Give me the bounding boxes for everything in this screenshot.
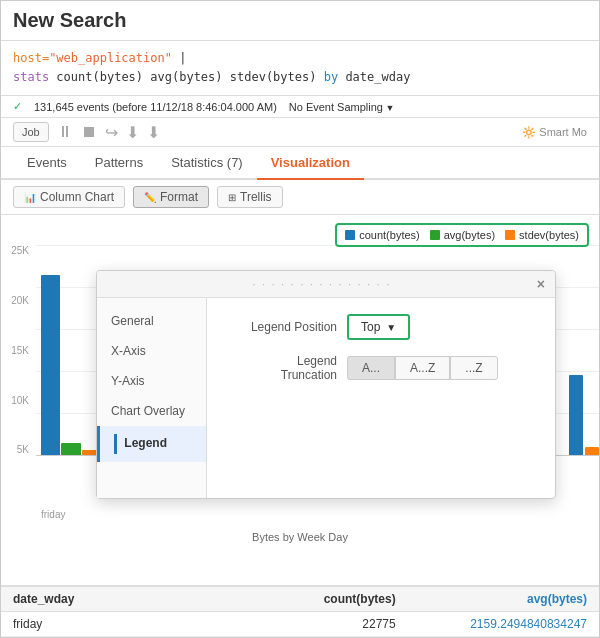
col-header-count-bytes: count(bytes) — [204, 592, 395, 606]
pencil-icon: ✏️ — [144, 192, 156, 203]
job-button[interactable]: Job — [13, 122, 49, 142]
status-check-icon: ✓ — [13, 100, 22, 113]
bar-chart-icon: 📊 — [24, 192, 36, 203]
bar-stdev-other — [585, 447, 599, 455]
cell-avg-bytes: 2159.2494840834247 — [396, 617, 587, 631]
trunc-btn-a[interactable]: A... — [347, 356, 395, 380]
format-button[interactable]: ✏️ Format — [133, 186, 209, 208]
legend-truncation-row: LegendTruncation A... A...Z ...Z — [227, 354, 535, 382]
y-label-25k: 25K — [11, 245, 29, 256]
legend-truncation-label: LegendTruncation — [227, 354, 337, 382]
dialog-sidebar-chartoverlay[interactable]: Chart Overlay — [97, 396, 206, 426]
x-label-friday: friday — [41, 509, 65, 520]
tab-statistics[interactable]: Statistics (7) — [157, 147, 257, 180]
query-host-attr: host="web_application" — [13, 51, 172, 65]
bar-count-friday — [41, 275, 60, 455]
legend-dot-stdev — [505, 230, 515, 240]
main-window: New Search host="web_application" | stat… — [0, 0, 600, 638]
query-fn2: avg(bytes) — [150, 70, 229, 84]
y-axis: 25K 20K 15K 10K 5K — [1, 245, 33, 455]
event-count-text: 131,645 events (before 11/12/18 8:46:04.… — [34, 101, 277, 113]
legend-dot-avg — [430, 230, 440, 240]
query-stats-kw: stats — [13, 70, 49, 84]
dialog-drag-handle: · · · · · · · · · · · · · · · — [107, 279, 537, 290]
y-label-10k: 10K — [11, 395, 29, 406]
query-pipe: | — [179, 51, 186, 65]
tab-patterns[interactable]: Patterns — [81, 147, 157, 180]
y-label-15k: 15K — [11, 345, 29, 356]
chart-container: count(bytes) avg(bytes) stdev(bytes) 25K… — [1, 215, 599, 585]
stop-icon[interactable]: ⏹ — [81, 123, 97, 141]
query-by-kw: by — [324, 70, 338, 84]
tabs-bar: Events Patterns Statistics (7) Visualiza… — [1, 147, 599, 180]
bar-group-friday — [41, 275, 101, 455]
col-header-date-wday: date_wday — [13, 592, 204, 606]
dialog-sidebar-xaxis[interactable]: X-Axis — [97, 336, 206, 366]
legend-item-stdev: stdev(bytes) — [505, 229, 579, 241]
chart-title: Bytes by Week Day — [1, 531, 599, 543]
title-bar: New Search — [1, 1, 599, 41]
tab-events[interactable]: Events — [13, 147, 81, 180]
query-fn1: count(bytes) — [56, 70, 150, 84]
dialog-body: General X-Axis Y-Axis Chart Overlay Lege… — [97, 298, 555, 498]
event-sampling-button[interactable]: No Event Sampling — [289, 101, 395, 113]
bar-count-other — [569, 375, 583, 455]
table-row: friday 22775 2159.2494840834247 — [1, 612, 599, 637]
col-header-avg-bytes: avg(bytes) — [396, 592, 587, 606]
dialog-content: Legend Position Top LegendTruncation A. — [207, 298, 555, 498]
y-label-20k: 20K — [11, 295, 29, 306]
query-area[interactable]: host="web_application" | stats count(byt… — [1, 41, 599, 96]
share-icon[interactable]: ↪ — [105, 123, 118, 142]
tab-visualization[interactable]: Visualization — [257, 147, 364, 180]
dialog-close-button[interactable]: × — [537, 276, 545, 292]
legend-position-row: Legend Position Top — [227, 314, 535, 340]
query-line2: stats count(bytes) avg(bytes) stdev(byte… — [13, 68, 587, 87]
format-dialog: · · · · · · · · · · · · · · · × General … — [96, 270, 556, 499]
print-icon[interactable]: ⬇ — [126, 123, 139, 142]
column-chart-button[interactable]: 📊 Column Chart — [13, 186, 125, 208]
trunc-btn-z[interactable]: ...Z — [450, 356, 497, 380]
query-line1: host="web_application" | — [13, 49, 587, 68]
query-field: date_wday — [345, 70, 410, 84]
legend-position-label: Legend Position — [227, 320, 337, 334]
dialog-sidebar-general[interactable]: General — [97, 306, 206, 336]
dialog-sidebar: General X-Axis Y-Axis Chart Overlay Lege… — [97, 298, 207, 498]
legend-position-dropdown[interactable]: Top — [347, 314, 410, 340]
page-title: New Search — [13, 9, 587, 32]
legend-position-control: Top — [347, 314, 535, 340]
legend-dot-count — [345, 230, 355, 240]
trunc-btn-az[interactable]: A...Z — [395, 356, 450, 380]
legend-item-count: count(bytes) — [345, 229, 420, 241]
query-fn3: stdev(bytes) — [230, 70, 324, 84]
bar-group-other — [569, 375, 599, 455]
dialog-sidebar-yaxis[interactable]: Y-Axis — [97, 366, 206, 396]
pause-icon[interactable]: ⏸ — [57, 123, 73, 141]
download-icon[interactable]: ⬇ — [147, 123, 160, 142]
chart-legend: count(bytes) avg(bytes) stdev(bytes) — [335, 223, 589, 247]
trellis-icon: ⊞ — [228, 192, 236, 203]
dialog-sidebar-legend[interactable]: Legend — [97, 426, 206, 462]
toolbar: Job ⏸ ⏹ ↪ ⬇ ⬇ 🔆 Smart Mo — [1, 118, 599, 147]
cell-count-bytes: 22775 — [204, 617, 395, 631]
bar-avg-friday — [61, 443, 80, 455]
legend-active-indicator — [114, 434, 117, 454]
dialog-header[interactable]: · · · · · · · · · · · · · · · × — [97, 271, 555, 298]
truncation-buttons: A... A...Z ...Z — [347, 356, 535, 380]
sub-toolbar: 📊 Column Chart ✏️ Format ⊞ Trellis — [1, 180, 599, 215]
smart-mode-label: 🔆 Smart Mo — [522, 126, 587, 139]
y-label-5k: 5K — [17, 444, 29, 455]
cell-date-wday: friday — [13, 617, 204, 631]
table-header: date_wday count(bytes) avg(bytes) — [1, 587, 599, 612]
legend-truncation-control: A... A...Z ...Z — [347, 356, 535, 380]
legend-item-avg: avg(bytes) — [430, 229, 495, 241]
status-bar: ✓ 131,645 events (before 11/12/18 8:46:0… — [1, 96, 599, 118]
trellis-button[interactable]: ⊞ Trellis — [217, 186, 283, 208]
bottom-table: date_wday count(bytes) avg(bytes) friday… — [1, 585, 599, 637]
